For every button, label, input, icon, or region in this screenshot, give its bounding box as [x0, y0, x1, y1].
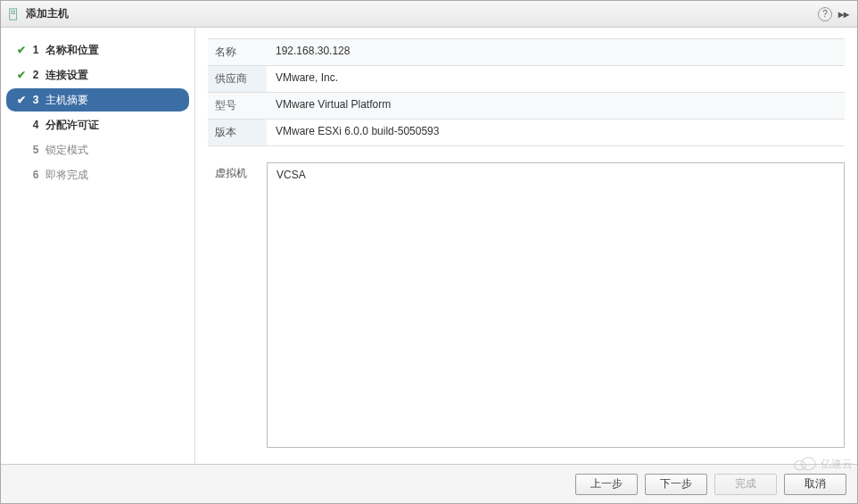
row-version: 版本 VMware ESXi 6.0.0 build-5050593	[208, 120, 845, 146]
back-button[interactable]: 上一步	[575, 474, 638, 495]
host-summary-table: 名称 192.168.30.128 供应商 VMware, Inc. 型号 VM…	[208, 38, 845, 146]
finish-button: 完成	[714, 474, 777, 495]
titlebar: 添加主机 ? ▸▸	[1, 1, 857, 28]
label-version: 版本	[208, 120, 267, 145]
value-version: VMware ESXi 6.0.0 build-5050593	[267, 120, 845, 145]
value-name: 192.168.30.128	[267, 39, 845, 65]
help-icon[interactable]: ?	[818, 7, 832, 21]
check-icon: ✔	[15, 94, 28, 106]
svg-rect-2	[13, 10, 15, 12]
row-model: 型号 VMware Virtual Platform	[208, 93, 845, 120]
svg-rect-0	[10, 8, 17, 19]
step-name-location[interactable]: ✔ 1 名称和位置	[6, 38, 189, 62]
label-name: 名称	[208, 39, 267, 65]
expand-icon[interactable]: ▸▸	[837, 8, 850, 21]
svg-rect-3	[12, 12, 13, 14]
vm-list[interactable]: VCSA	[267, 162, 845, 448]
step-ready-complete[interactable]: ✔ 6 即将完成	[6, 163, 189, 186]
footer: 上一步 下一步 完成 取消	[1, 464, 857, 503]
row-name: 名称 192.168.30.128	[208, 39, 845, 66]
step-lockdown-mode[interactable]: ✔ 5 锁定模式	[6, 138, 189, 161]
next-button[interactable]: 下一步	[645, 474, 707, 495]
content-pane: 名称 192.168.30.128 供应商 VMware, Inc. 型号 VM…	[195, 28, 857, 464]
step-assign-license[interactable]: ✔ 4 分配许可证	[6, 113, 189, 136]
wizard-steps: ✔ 1 名称和位置 ✔ 2 连接设置 ✔ 3 主机摘要 ✔ 4 分配许可证 ✔	[1, 28, 195, 464]
dialog-body: ✔ 1 名称和位置 ✔ 2 连接设置 ✔ 3 主机摘要 ✔ 4 分配许可证 ✔	[1, 28, 857, 464]
vm-section: 虚拟机 VCSA	[208, 162, 845, 464]
dialog-title: 添加主机	[26, 6, 818, 21]
check-icon: ✔	[15, 44, 28, 56]
step-connection-settings[interactable]: ✔ 2 连接设置	[6, 63, 189, 87]
step-host-summary[interactable]: ✔ 3 主机摘要	[6, 88, 189, 112]
row-vendor: 供应商 VMware, Inc.	[208, 66, 845, 93]
add-host-dialog: 添加主机 ? ▸▸ ✔ 1 名称和位置 ✔ 2 连接设置 ✔ 3 主机摘要 ✔ …	[0, 0, 858, 504]
label-model: 型号	[208, 93, 267, 119]
label-vms: 虚拟机	[208, 162, 267, 453]
value-vendor: VMware, Inc.	[267, 66, 845, 92]
vm-item[interactable]: VCSA	[276, 169, 835, 181]
svg-rect-1	[12, 10, 13, 12]
host-icon	[8, 8, 21, 21]
svg-rect-4	[13, 12, 15, 14]
check-icon: ✔	[15, 69, 28, 81]
value-model: VMware Virtual Platform	[267, 93, 845, 119]
label-vendor: 供应商	[208, 66, 267, 92]
cancel-button[interactable]: 取消	[784, 474, 846, 495]
